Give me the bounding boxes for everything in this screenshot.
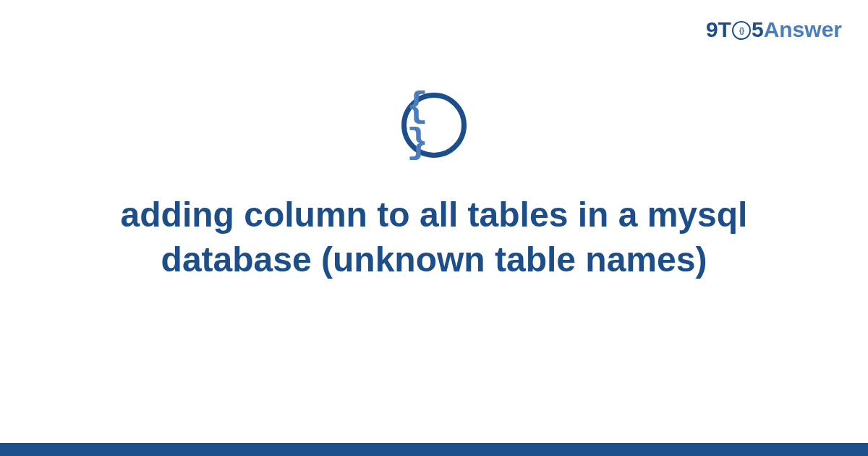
code-braces-icon: { }: [401, 93, 467, 158]
page-title: adding column to all tables in a mysql d…: [80, 193, 788, 283]
logo-circle-icon: {}: [732, 21, 751, 40]
main-content: { } adding column to all tables in a mys…: [0, 93, 868, 283]
logo-circle-braces: {}: [739, 26, 744, 35]
logo-text-answer: Answer: [764, 17, 842, 42]
footer-bar: [0, 443, 868, 456]
logo-text-5: 5: [752, 17, 764, 42]
site-logo: 9T {} 5 Answer: [706, 17, 842, 42]
braces-glyph: { }: [407, 89, 461, 161]
logo-text-9t: 9T: [706, 17, 731, 42]
